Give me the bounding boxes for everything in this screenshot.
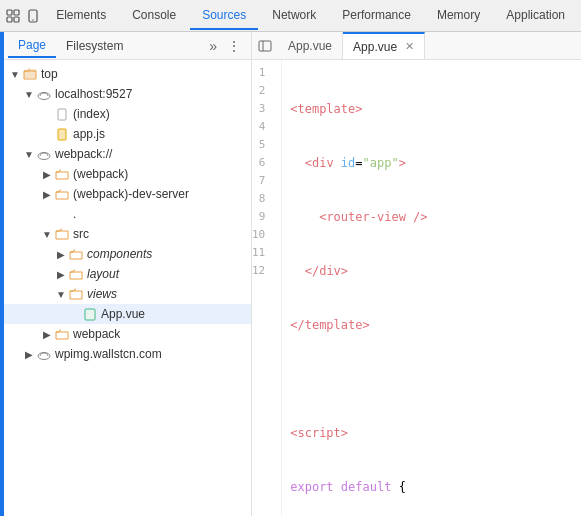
expand-arrow[interactable]: ▼ bbox=[40, 229, 54, 240]
tree-item-label: (index) bbox=[73, 107, 110, 121]
tab-application[interactable]: Application bbox=[494, 2, 577, 30]
expand-arrow[interactable]: ▶ bbox=[40, 189, 54, 200]
list-item[interactable]: ▶ components bbox=[4, 244, 251, 264]
sub-tab-bar: Page Filesystem » ⋮ bbox=[4, 32, 251, 60]
tree-item-label: layout bbox=[87, 267, 119, 281]
panel-toggle-icon[interactable] bbox=[252, 40, 278, 52]
code-editor[interactable]: 1 2 3 4 5 6 7 8 9 10 11 12 <template> <d… bbox=[252, 60, 581, 516]
list-item[interactable]: ▶ (webpack) bbox=[4, 164, 251, 184]
top-tab-bar: Elements Console Sources Network Perform… bbox=[0, 0, 581, 32]
devtools-icon[interactable] bbox=[4, 6, 22, 26]
file-icon bbox=[54, 107, 70, 121]
mobile-icon[interactable] bbox=[24, 6, 42, 26]
expand-arrow[interactable]: ▶ bbox=[54, 249, 68, 260]
editor-tab-appvue-inactive[interactable]: App.vue bbox=[278, 32, 343, 59]
cloud-icon bbox=[36, 147, 52, 161]
dot-icon bbox=[54, 207, 70, 221]
sub-tab-filesystem[interactable]: Filesystem bbox=[56, 35, 133, 57]
js-file-icon bbox=[54, 127, 70, 141]
list-item[interactable]: app.js bbox=[4, 124, 251, 144]
expand-arrow[interactable]: ▶ bbox=[22, 349, 36, 360]
expand-arrow[interactable]: ▶ bbox=[40, 329, 54, 340]
tab-performance[interactable]: Performance bbox=[330, 2, 423, 30]
tree-item-label: app.js bbox=[73, 127, 105, 141]
code-text: <template> <div id="app"> <router-view /… bbox=[282, 60, 581, 516]
right-panel: App.vue App.vue ✕ 1 2 3 4 5 6 7 8 9 10 1… bbox=[252, 32, 581, 516]
expand-arrow[interactable]: ▼ bbox=[8, 69, 22, 80]
editor-tab-appvue-active[interactable]: App.vue ✕ bbox=[343, 32, 425, 59]
sub-tab-page[interactable]: Page bbox=[8, 34, 56, 58]
cloud-icon bbox=[36, 347, 52, 361]
tab-sources[interactable]: Sources bbox=[190, 2, 258, 30]
svg-rect-1 bbox=[14, 10, 19, 15]
tree-item-label: localhost:9527 bbox=[55, 87, 132, 101]
folder-icon bbox=[54, 187, 70, 201]
tree-item-label: wpimg.wallstcn.com bbox=[55, 347, 162, 361]
expand-arrow[interactable]: ▼ bbox=[54, 289, 68, 300]
svg-rect-8 bbox=[58, 129, 66, 140]
folder-icon bbox=[68, 247, 84, 261]
list-item[interactable]: . bbox=[4, 204, 251, 224]
editor-tab-label: App.vue bbox=[288, 39, 332, 53]
editor-tab-label: App.vue bbox=[353, 40, 397, 54]
folder-open-icon bbox=[54, 227, 70, 241]
expand-arrow[interactable]: ▼ bbox=[22, 89, 36, 100]
list-item[interactable]: ▼ webpack:// bbox=[4, 144, 251, 164]
folder-icon bbox=[68, 267, 84, 281]
tree-item-label: . bbox=[73, 207, 76, 221]
expand-arrow[interactable]: ▶ bbox=[54, 269, 68, 280]
svg-rect-14 bbox=[259, 41, 271, 51]
list-item[interactable]: ▼ views bbox=[4, 284, 251, 304]
folder-open-icon bbox=[22, 67, 38, 81]
tree-item-label: webpack bbox=[73, 327, 120, 341]
list-item[interactable]: ▶ webpack bbox=[4, 324, 251, 344]
svg-point-5 bbox=[32, 19, 33, 20]
list-item[interactable]: ▼ localhost:9527 bbox=[4, 84, 251, 104]
list-item[interactable]: (index) bbox=[4, 104, 251, 124]
main-area: Page Filesystem » ⋮ ▼ top ▼ bbox=[0, 32, 581, 516]
tree-item-label: App.vue bbox=[101, 307, 145, 321]
close-tab-button[interactable]: ✕ bbox=[405, 40, 414, 53]
folder-open-icon bbox=[68, 287, 84, 301]
tree-item-label: src bbox=[73, 227, 89, 241]
file-tree: ▼ top ▼ localhost:9527 bbox=[4, 60, 251, 516]
cloud-icon bbox=[36, 87, 52, 101]
folder-icon bbox=[54, 327, 70, 341]
expand-arrow[interactable]: ▼ bbox=[22, 149, 36, 160]
folder-icon bbox=[54, 167, 70, 181]
svg-rect-0 bbox=[7, 10, 12, 15]
left-panel: Page Filesystem » ⋮ ▼ top ▼ bbox=[4, 32, 252, 516]
tab-elements[interactable]: Elements bbox=[44, 2, 118, 30]
tree-item-label: webpack:// bbox=[55, 147, 112, 161]
list-item[interactable]: ▼ top bbox=[4, 64, 251, 84]
list-item[interactable]: App.vue bbox=[4, 304, 251, 324]
expand-arrow[interactable]: ▶ bbox=[40, 169, 54, 180]
svg-rect-3 bbox=[14, 17, 19, 22]
panel-options-button[interactable]: ⋮ bbox=[221, 36, 247, 56]
more-tabs-button[interactable]: » bbox=[205, 36, 221, 56]
tab-console[interactable]: Console bbox=[120, 2, 188, 30]
tree-item-label: (webpack)-dev-server bbox=[73, 187, 189, 201]
tab-network[interactable]: Network bbox=[260, 2, 328, 30]
editor-tab-bar: App.vue App.vue ✕ bbox=[252, 32, 581, 60]
vue-file-icon bbox=[82, 307, 98, 321]
tree-item-label: components bbox=[87, 247, 152, 261]
svg-rect-11 bbox=[85, 309, 95, 320]
tree-item-label: views bbox=[87, 287, 117, 301]
list-item[interactable]: ▶ (webpack)-dev-server bbox=[4, 184, 251, 204]
list-item[interactable]: ▶ layout bbox=[4, 264, 251, 284]
list-item[interactable]: ▼ src bbox=[4, 224, 251, 244]
tree-item-label: (webpack) bbox=[73, 167, 128, 181]
line-numbers: 1 2 3 4 5 6 7 8 9 10 11 12 bbox=[252, 60, 282, 516]
list-item[interactable]: ▶ wpimg.wallstcn.com bbox=[4, 344, 251, 364]
svg-rect-7 bbox=[58, 109, 66, 120]
tree-item-label: top bbox=[41, 67, 58, 81]
tab-memory[interactable]: Memory bbox=[425, 2, 492, 30]
svg-rect-2 bbox=[7, 17, 12, 22]
